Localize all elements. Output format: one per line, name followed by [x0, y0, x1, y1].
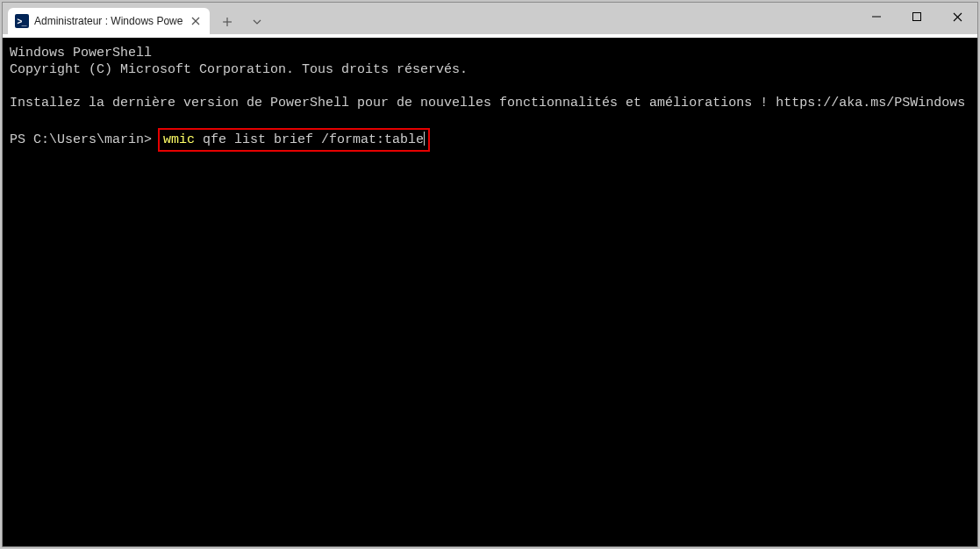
- terminal-line: Windows PowerShell: [10, 46, 152, 61]
- minimize-button[interactable]: [856, 3, 897, 31]
- terminal-window: >_ Administrateur : Windows Powe: [2, 2, 978, 547]
- prompt-line: PS C:\Users\marin> wmic qfe list brief /…: [10, 128, 970, 152]
- text-cursor: [424, 132, 425, 146]
- terminal-line: Copyright (C) Microsoft Corporation. Tou…: [10, 62, 468, 77]
- title-bar[interactable]: >_ Administrateur : Windows Powe: [3, 3, 977, 34]
- terminal-line: Installez la dernière version de PowerSh…: [10, 96, 965, 111]
- close-tab-button[interactable]: [189, 14, 203, 28]
- close-window-button[interactable]: [937, 3, 977, 31]
- command-highlight: wmic qfe list brief /format:table: [158, 128, 430, 152]
- tab-title: Administrateur : Windows Powe: [34, 15, 183, 27]
- prompt-text: PS C:\Users\marin>: [10, 132, 152, 147]
- command-keyword: wmic: [163, 132, 195, 147]
- window-controls: [856, 3, 977, 34]
- maximize-button[interactable]: [897, 3, 937, 31]
- svg-rect-5: [913, 13, 921, 21]
- new-tab-button[interactable]: [213, 10, 241, 34]
- terminal-output[interactable]: Windows PowerShell Copyright (C) Microso…: [3, 38, 977, 546]
- tab-actions: [213, 10, 271, 34]
- tab-dropdown-button[interactable]: [243, 10, 271, 34]
- tab-powershell[interactable]: >_ Administrateur : Windows Powe: [8, 8, 210, 34]
- powershell-icon: >_: [15, 14, 29, 28]
- tabs-area: >_ Administrateur : Windows Powe: [3, 3, 271, 34]
- command-args: qfe list brief /format:table: [195, 132, 424, 147]
